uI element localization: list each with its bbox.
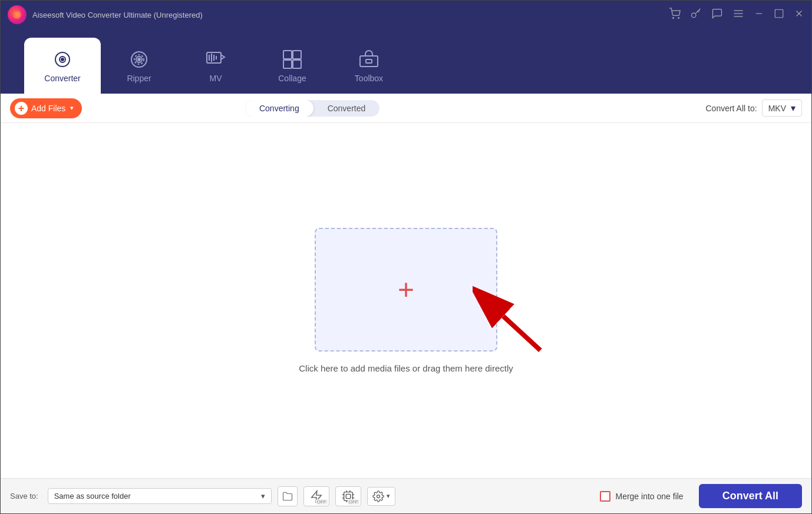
svg-rect-25 — [293, 60, 301, 68]
tab-switch: Converting Converted — [245, 100, 379, 117]
app-window: Aiseesoft Video Converter Ultimate (Unre… — [0, 0, 812, 514]
merge-label: Merge into one file — [615, 492, 683, 501]
add-files-label: Add Files — [31, 104, 65, 113]
close-icon[interactable] — [794, 8, 804, 21]
drop-hint-text: Click here to add media files or drag th… — [299, 363, 513, 373]
window-controls — [669, 8, 804, 22]
convert-all-to-section: Convert All to: MKV ▾ — [705, 100, 802, 117]
maximize-icon[interactable] — [774, 8, 784, 21]
bottom-bar: Save to: Same as source folder ▾ OFF — [1, 478, 811, 513]
menu-icon[interactable] — [732, 8, 744, 22]
converted-tab[interactable]: Converted — [313, 100, 380, 117]
svg-rect-26 — [360, 56, 378, 67]
app-logo — [8, 5, 27, 24]
format-select-dropdown[interactable]: MKV ▾ — [762, 100, 802, 117]
svg-rect-27 — [366, 59, 372, 63]
hardware-accel-button[interactable]: OFF — [335, 486, 361, 506]
plus-icon: + — [15, 102, 28, 115]
drop-zone-plus-icon: + — [398, 276, 414, 304]
svg-point-0 — [673, 18, 674, 19]
message-icon[interactable] — [711, 8, 723, 22]
key-icon[interactable] — [690, 8, 702, 22]
svg-point-2 — [692, 13, 697, 17]
tab-toolbox-label: Toolbox — [355, 74, 383, 83]
save-to-label: Save to: — [10, 492, 38, 500]
convert-all-to-label: Convert All to: — [705, 104, 757, 113]
save-path-arrow-icon: ▾ — [261, 492, 265, 500]
svg-rect-7 — [775, 9, 783, 18]
convert-all-button[interactable]: Convert All — [699, 484, 802, 508]
browse-folder-button[interactable] — [278, 486, 298, 506]
tab-collage[interactable]: Collage — [254, 38, 331, 94]
red-arrow-indicator — [473, 286, 549, 356]
svg-point-15 — [138, 58, 140, 61]
app-title: Aiseesoft Video Converter Ultimate (Unre… — [32, 11, 669, 19]
svg-line-29 — [503, 316, 540, 350]
cart-icon[interactable] — [669, 8, 681, 22]
merge-checkbox[interactable] — [600, 491, 610, 502]
app-logo-inner — [13, 11, 21, 19]
toolbar: + Add Files ▾ Converting Converted Conve… — [1, 94, 811, 123]
main-content: + Click here to add media files or drag … — [1, 123, 811, 478]
add-files-dropdown-arrow: ▾ — [70, 104, 74, 112]
drop-area-wrapper: + Click here to add media files or drag … — [299, 228, 513, 373]
tab-converter[interactable]: Converter — [24, 38, 101, 94]
minimize-icon[interactable] — [754, 8, 764, 21]
tab-mv-label: MV — [210, 74, 222, 83]
title-bar: Aiseesoft Video Converter Ultimate (Unre… — [1, 1, 811, 29]
svg-rect-23 — [293, 51, 301, 59]
drop-zone[interactable]: + — [315, 228, 497, 351]
tab-toolbox[interactable]: Toolbox — [331, 38, 407, 94]
settings-button[interactable]: ▾ — [367, 487, 395, 506]
format-dropdown-arrow: ▾ — [791, 102, 796, 114]
svg-rect-32 — [346, 494, 350, 498]
nav-bar: Converter Ripper MV — [1, 29, 811, 94]
tab-mv[interactable]: MV — [177, 38, 254, 94]
merge-into-one-section: Merge into one file — [600, 491, 683, 502]
svg-point-41 — [377, 495, 379, 498]
svg-rect-24 — [283, 60, 292, 68]
settings-dropdown-arrow: ▾ — [387, 492, 390, 500]
svg-point-12 — [61, 58, 64, 61]
tab-converter-label: Converter — [44, 74, 80, 83]
tab-ripper[interactable]: Ripper — [101, 38, 177, 94]
save-path-dropdown[interactable]: Same as source folder ▾ — [48, 488, 272, 504]
format-value: MKV — [768, 104, 786, 113]
tab-ripper-label: Ripper — [127, 74, 151, 83]
svg-rect-22 — [283, 51, 292, 59]
save-path-value: Same as source folder — [54, 492, 256, 500]
accelerator-button[interactable]: OFF — [303, 486, 329, 506]
converting-tab[interactable]: Converting — [245, 100, 313, 117]
add-files-button[interactable]: + Add Files ▾ — [10, 98, 82, 118]
svg-point-1 — [678, 18, 679, 19]
tab-collage-label: Collage — [278, 74, 306, 83]
